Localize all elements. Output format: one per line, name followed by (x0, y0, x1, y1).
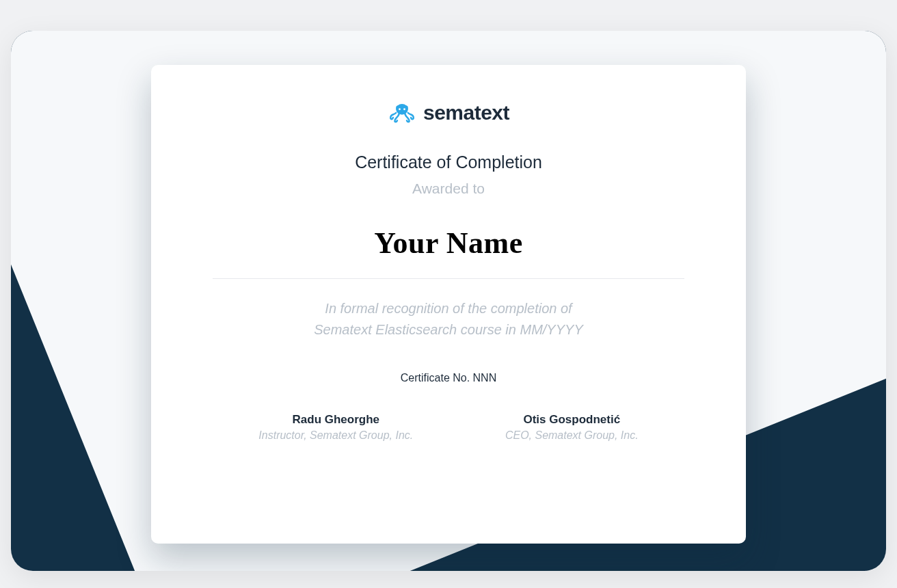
recognition-line-2: Sematext Elasticsearch course in MM/YYYY (314, 322, 583, 337)
recognition-line-1: In formal recognition of the completion … (325, 301, 572, 316)
brand-logo: sematext (388, 101, 509, 125)
octopus-icon (388, 101, 416, 125)
signatory-2: Otis Gospodnetić CEO, Sematext Group, In… (505, 413, 639, 442)
recipient-name: Your Name (374, 226, 523, 260)
divider-line (213, 278, 684, 279)
brand-name: sematext (423, 101, 509, 124)
recognition-text: In formal recognition of the completion … (314, 298, 583, 340)
certificate-panel: sematext Certificate of Completion Award… (151, 65, 746, 544)
svg-point-3 (403, 108, 405, 110)
svg-point-2 (399, 108, 401, 110)
signatory-2-title: CEO, Sematext Group, Inc. (505, 429, 639, 442)
signatures-row: Radu Gheorghe Instructor, Sematext Group… (213, 413, 684, 442)
svg-rect-1 (396, 106, 408, 111)
certificate-number: Certificate No. NNN (401, 372, 496, 384)
awarded-to-label: Awarded to (412, 181, 485, 197)
signatory-2-name: Otis Gospodnetić (505, 413, 639, 427)
certificate-title: Certificate of Completion (355, 152, 542, 172)
signatory-1-title: Instructor, Sematext Group, Inc. (258, 429, 413, 442)
signatory-1-name: Radu Gheorghe (258, 413, 413, 427)
signatory-1: Radu Gheorghe Instructor, Sematext Group… (258, 413, 413, 442)
certificate-card: sematext Certificate of Completion Award… (11, 31, 886, 571)
